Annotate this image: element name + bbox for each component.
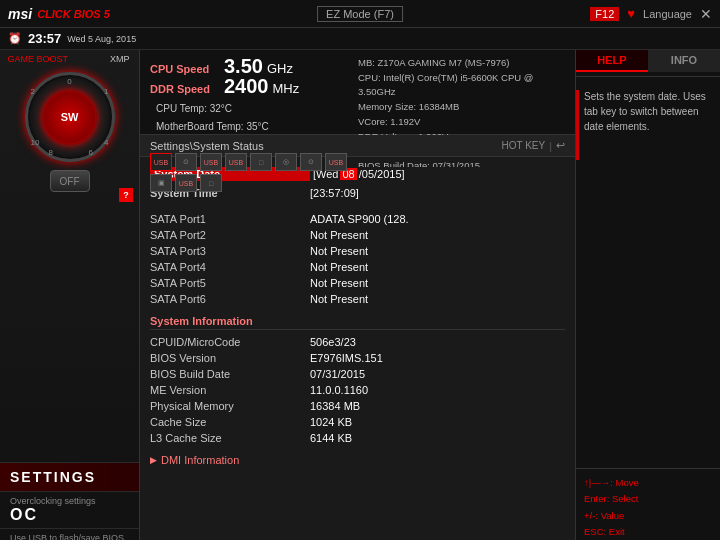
ez-mode-button[interactable]: EZ Mode (F7)	[317, 6, 403, 22]
date-rest: /05/2015]	[359, 168, 405, 180]
sata-port2-row[interactable]: SATA Port2 Not Present	[150, 227, 565, 243]
phys-mem-value: 16384 MB	[310, 400, 565, 412]
l3-cache-value: 6144 KB	[310, 432, 565, 444]
boot-icon-5[interactable]: □	[250, 153, 272, 171]
msi-text: msi	[8, 6, 32, 22]
boot-icon-11[interactable]: □	[200, 174, 222, 192]
cpuid-value: 506e3/23	[310, 336, 565, 348]
system-time-label: System Time	[150, 187, 310, 199]
sata-port1-label: SATA Port1	[150, 213, 310, 225]
off-button[interactable]: OFF	[50, 170, 90, 192]
f12-button[interactable]: F12	[590, 7, 619, 21]
sata-port5-row[interactable]: SATA Port5 Not Present	[150, 275, 565, 291]
sata-port6-row[interactable]: SATA Port6 Not Present	[150, 291, 565, 307]
sata-port5-value: Not Present	[310, 277, 565, 289]
xmp-label: XMP	[110, 54, 130, 64]
sata-port4-label: SATA Port4	[150, 261, 310, 273]
ddr-speed-val: 2400	[224, 76, 269, 96]
cpu-temps: CPU Temp: 32°C MotherBoard Temp: 35°C	[156, 100, 350, 136]
sata-port3-value: Not Present	[310, 245, 565, 257]
hotkey-label: HOT KEY	[501, 140, 545, 151]
clock-bar: ⏰ 23:57 Wed 5 Aug, 2015	[0, 28, 720, 50]
sata-port5-label: SATA Port5	[150, 277, 310, 289]
top-bar: msi CLICK BIOS 5 EZ Mode (F7) F12 ♥ Lang…	[0, 0, 720, 28]
sys-info-right: MB: Z170A GAMING M7 (MS-7976) CPU: Intel…	[350, 56, 565, 128]
boot-icon-1[interactable]: USB	[150, 153, 172, 171]
help-question-icon[interactable]: ?	[119, 188, 133, 202]
cpu-temp-val: 32°C	[210, 103, 232, 114]
mb-temp-label: MotherBoard Temp:	[156, 121, 244, 132]
boot-icon-4[interactable]: USB	[225, 153, 247, 171]
knob-ring[interactable]: 0 1 2 10 4 8 6 SW	[25, 72, 115, 162]
cache-size-row[interactable]: Cache Size 1024 KB	[150, 414, 565, 430]
cpu-info: CPU: Intel(R) Core(TM) i5-6600K CPU @ 3.…	[358, 71, 565, 100]
system-time-value: [23:57:09]	[310, 187, 565, 199]
bios-build-date-label: BIOS Build Date	[150, 368, 310, 380]
l3-cache-row[interactable]: L3 Cache Size 6144 KB	[150, 430, 565, 446]
breadcrumb-back-icon[interactable]: ↩	[556, 139, 565, 152]
dmi-link[interactable]: ▶ DMI Information	[150, 454, 565, 466]
sata-port4-value: Not Present	[310, 261, 565, 273]
language-button[interactable]: Language	[643, 8, 692, 20]
sys-info-header: System Information	[150, 315, 565, 330]
top-right-controls: F12 ♥ Language ✕	[590, 6, 712, 22]
nav-panel: SETTINGS Overclocking settings OC Use US…	[0, 462, 140, 540]
knob-inner[interactable]: SW	[42, 90, 97, 145]
key-exit: ESC: Exit	[584, 524, 712, 540]
heart-icon: ♥	[627, 6, 635, 21]
tab-info[interactable]: INFO	[648, 50, 720, 72]
bios-version-value: E7976IMS.151	[310, 352, 565, 364]
boot-icon-10[interactable]: USB	[175, 174, 197, 192]
mflash-sublabel: Use USB to flash/save BIOS	[10, 533, 130, 540]
knob-area: GAME BOOST XMP 0 1 2 10 4 8 6 SW OFF	[0, 50, 140, 210]
clock-section: ⏰ 23:57 Wed 5 Aug, 2015	[0, 31, 140, 46]
left-panel: GAME BOOST XMP 0 1 2 10 4 8 6 SW OFF	[0, 50, 140, 540]
boot-icon-3[interactable]: USB	[200, 153, 222, 171]
cpuid-label: CPUID/MicroCode	[150, 336, 310, 348]
phys-mem-row[interactable]: Physical Memory 16384 MB	[150, 398, 565, 414]
triangle-icon: ▶	[150, 455, 157, 465]
key-value: +/-: Value	[584, 508, 712, 524]
clock-time: 23:57	[28, 31, 61, 46]
me-version-row[interactable]: ME Version 11.0.0.1160	[150, 382, 565, 398]
cpu-info-bar: CPU Speed 3.50 GHz DDR Speed 2400 MHz CP…	[140, 50, 575, 135]
breadcrumb-divider: |	[549, 140, 552, 152]
boot-icon-2[interactable]: ⊙	[175, 153, 197, 171]
sata-port6-label: SATA Port6	[150, 293, 310, 305]
me-version-label: ME Version	[150, 384, 310, 396]
hotkey-area: HOT KEY | ↩	[501, 139, 565, 152]
off-btn-area: OFF	[50, 170, 90, 192]
sidebar-item-mflash[interactable]: Use USB to flash/save BIOS M-FLASH	[0, 528, 140, 540]
sidebar-item-settings[interactable]: SETTINGS	[0, 462, 140, 491]
close-button[interactable]: ✕	[700, 6, 712, 22]
dmi-label: DMI Information	[161, 454, 239, 466]
sata-port3-label: SATA Port3	[150, 245, 310, 257]
boot-icon-9[interactable]: ▣	[150, 174, 172, 192]
bios-version-row[interactable]: BIOS Version E7976IMS.151	[150, 350, 565, 366]
boot-icon-8[interactable]: USB	[325, 153, 347, 171]
sata-port2-value: Not Present	[310, 229, 565, 241]
settings-title: SETTINGS	[10, 469, 130, 485]
cpu-speeds: CPU Speed 3.50 GHz DDR Speed 2400 MHz CP…	[150, 56, 350, 128]
oc-title: OC	[10, 506, 130, 524]
oc-sublabel: Overclocking settings	[10, 496, 130, 506]
bios-build-date-row[interactable]: BIOS Build Date 07/31/2015	[150, 366, 565, 382]
sata-port1-row[interactable]: SATA Port1 ADATA SP900 (128.	[150, 211, 565, 227]
sw-label: SW	[61, 111, 79, 123]
boot-icon-6[interactable]: ◎	[275, 153, 297, 171]
msi-logo: msi CLICK BIOS 5	[0, 6, 118, 22]
me-version-value: 11.0.0.1160	[310, 384, 565, 396]
tab-help[interactable]: HELP	[576, 50, 648, 72]
sidebar-item-oc[interactable]: Overclocking settings OC	[0, 491, 140, 528]
mb-temp-val: 35°C	[246, 121, 268, 132]
mb-info: MB: Z170A GAMING M7 (MS-7976)	[358, 56, 565, 71]
sata-port4-row[interactable]: SATA Port4 Not Present	[150, 259, 565, 275]
breadcrumb-path: Settings\System Status	[150, 140, 264, 152]
key-legend: ↑|—→: Move Enter: Select +/-: Value ESC:…	[576, 468, 720, 540]
sata-port3-row[interactable]: SATA Port3 Not Present	[150, 243, 565, 259]
help-text: Sets the system date. Uses tab key to sw…	[584, 91, 706, 132]
cpuid-row[interactable]: CPUID/MicroCode 506e3/23	[150, 334, 565, 350]
boot-icon-7[interactable]: ⊙	[300, 153, 322, 171]
help-tabs: HELP INFO	[576, 50, 720, 72]
sata-port1-value: ADATA SP900 (128.	[310, 213, 565, 225]
